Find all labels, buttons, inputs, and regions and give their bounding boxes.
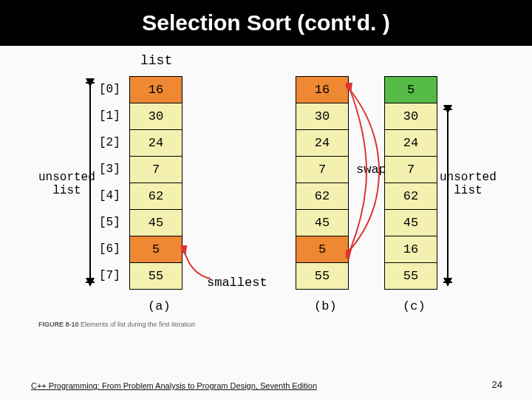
- figure-caption: FIGURE 8-10 Elements of list during the …: [38, 321, 195, 328]
- cell: 5: [296, 236, 348, 263]
- footer-text: C++ Programming: From Problem Analysis t…: [31, 381, 317, 390]
- cell: 16: [296, 77, 348, 103]
- list-label: list: [140, 53, 172, 68]
- cell: 55: [130, 263, 182, 290]
- cell: 24: [385, 130, 437, 157]
- cell: 7: [130, 157, 182, 183]
- cell: 62: [385, 183, 437, 210]
- cell: 16: [385, 236, 437, 263]
- cell: 62: [130, 183, 182, 210]
- cell: 24: [130, 130, 182, 157]
- cell: 16: [130, 77, 182, 103]
- cell: 5: [385, 77, 437, 103]
- cell: 45: [296, 210, 348, 236]
- cell: 24: [296, 130, 348, 157]
- slide-title: Selection Sort (cont'd. ): [0, 0, 532, 46]
- diagram-area: list unsorted list unsorted list swap sm…: [0, 46, 532, 341]
- cell: 30: [385, 103, 437, 130]
- cell: 45: [130, 210, 182, 236]
- column-c: 5 30 24 7 62 45 16 55: [384, 76, 437, 290]
- page-number: 24: [492, 379, 502, 390]
- unsorted-list-label-right: unsorted list: [440, 171, 497, 197]
- cell: 45: [385, 210, 437, 236]
- smallest-label: smallest: [207, 276, 267, 290]
- cell: 7: [296, 157, 348, 183]
- column-c-label: (c): [403, 299, 426, 313]
- cell: 7: [385, 157, 437, 183]
- column-b-label: (b): [314, 299, 337, 313]
- cell: 30: [130, 103, 182, 130]
- index-column: [0] [1] [2] [3] [4] [5] [6] [7]: [99, 76, 120, 289]
- cell: 62: [296, 183, 348, 210]
- cell: 30: [296, 103, 348, 130]
- cell: 55: [385, 263, 437, 290]
- column-b: 16 30 24 7 62 45 5 55: [296, 76, 349, 290]
- column-a: 16 30 24 7 62 45 5 55: [129, 76, 183, 290]
- unsorted-list-label-left: unsorted list: [38, 171, 95, 197]
- column-a-label: (a): [148, 299, 171, 313]
- swap-label: swap: [356, 163, 386, 177]
- cell: 5: [130, 236, 182, 263]
- cell: 55: [296, 263, 348, 290]
